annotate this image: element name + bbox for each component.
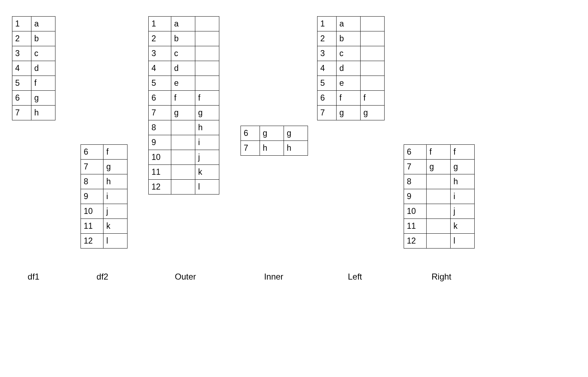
cell: f (171, 91, 195, 106)
table-row: 5e (317, 76, 385, 91)
cell: 7 (12, 106, 31, 120)
cell: i (195, 135, 219, 150)
cell: j (451, 204, 475, 219)
table-row: 11k (404, 219, 475, 234)
cell (195, 46, 219, 61)
cell: f (337, 91, 361, 106)
cell: 5 (12, 76, 31, 91)
caption-df2: df2 (67, 272, 138, 282)
cell (427, 234, 451, 249)
table-row: 4d (317, 61, 385, 76)
cell (427, 204, 451, 219)
table-row: 7g (81, 160, 127, 174)
cell: b (31, 31, 55, 46)
cell: 9 (81, 189, 103, 204)
cell: 3 (12, 46, 31, 61)
cell: 12 (81, 234, 103, 249)
cell: f (451, 145, 475, 160)
cell: j (195, 150, 219, 165)
cell (171, 180, 195, 195)
cell: 8 (81, 174, 103, 189)
table-row: 12l (81, 234, 127, 249)
cell: l (195, 180, 219, 195)
table-row: 2b (317, 31, 385, 46)
cell: a (171, 17, 195, 31)
table-inner: 6gg 7hh (240, 126, 308, 156)
cell (195, 61, 219, 76)
cell: e (337, 76, 361, 91)
table-row: 12l (404, 234, 475, 249)
cell (195, 31, 219, 46)
table-row: 6ff (149, 91, 219, 106)
cell: g (195, 106, 219, 120)
cell: g (31, 91, 55, 106)
cell (195, 76, 219, 91)
cell: g (361, 106, 385, 120)
cell (171, 150, 195, 165)
cell: 10 (404, 204, 427, 219)
cell: d (31, 61, 55, 76)
cell: 12 (149, 180, 171, 195)
table-df2: 6f 7g 8h 9i 10j 11k 12l (81, 144, 127, 249)
table-row: 10j (149, 150, 219, 165)
cell: h (284, 141, 308, 156)
cell: k (195, 165, 219, 180)
table-row: 6g (12, 91, 55, 106)
table-row: 10j (81, 204, 127, 219)
table-row: 10j (404, 204, 475, 219)
cell: 6 (317, 91, 337, 106)
cell: 5 (317, 76, 337, 91)
cell: f (427, 145, 451, 160)
table-row: 2b (12, 31, 55, 46)
table-outer: 1a 2b 3c 4d 5e 6ff 7gg 8h 9i 10j 11k 12l (148, 16, 219, 195)
table-row: 7h (12, 106, 55, 120)
diagram-canvas: 1a 2b 3c 4d 5f 6g 7h 6f 7g 8h 9i 10j 11k… (0, 0, 588, 377)
cell: d (337, 61, 361, 76)
cell (361, 76, 385, 91)
cell: 11 (149, 165, 171, 180)
table-row: 12l (149, 180, 219, 195)
cell: f (103, 145, 127, 160)
cell: j (103, 204, 127, 219)
cell: 2 (12, 31, 31, 46)
cell: k (103, 219, 127, 234)
cell: c (31, 46, 55, 61)
cell: 7 (149, 106, 171, 120)
cell (171, 120, 195, 135)
cell: h (31, 106, 55, 120)
cell: 9 (404, 189, 427, 204)
cell: 6 (149, 91, 171, 106)
cell: 1 (12, 17, 31, 31)
cell (171, 135, 195, 150)
table-row: 6gg (241, 126, 308, 141)
cell: h (451, 174, 475, 189)
cell: i (103, 189, 127, 204)
cell: 6 (404, 145, 427, 160)
table-row: 8h (404, 174, 475, 189)
cell: g (103, 160, 127, 174)
table-row: 2b (149, 31, 219, 46)
cell: d (171, 61, 195, 76)
cell: g (284, 126, 308, 141)
cell (427, 219, 451, 234)
table-row: 7gg (149, 106, 219, 120)
cell: l (451, 234, 475, 249)
cell: 11 (81, 219, 103, 234)
cell: k (451, 219, 475, 234)
table-row: 8h (149, 120, 219, 135)
cell: h (195, 120, 219, 135)
cell: 8 (404, 174, 427, 189)
cell: e (171, 76, 195, 91)
cell: l (103, 234, 127, 249)
table-row: 6ff (404, 145, 475, 160)
cell: 4 (12, 61, 31, 76)
cell: a (337, 17, 361, 31)
table-left: 1a 2b 3c 4d 5e 6ff 7gg (317, 16, 385, 120)
cell: 3 (317, 46, 337, 61)
table-row: 8h (81, 174, 127, 189)
table-row: 3c (317, 46, 385, 61)
table-row: 7gg (404, 160, 475, 174)
cell: 7 (81, 160, 103, 174)
cell: 2 (317, 31, 337, 46)
table-row: 5e (149, 76, 219, 91)
